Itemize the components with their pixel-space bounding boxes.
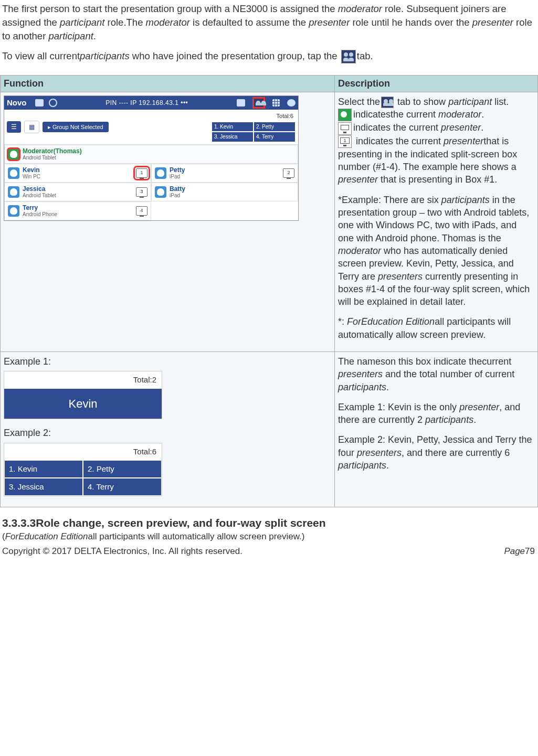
- function-cell-1: Novo PIN ---- IP 192.168.43.1 ••• ☰ ▦ ▸ …: [1, 92, 335, 352]
- quad-cell-2: 2. Petty: [83, 460, 162, 478]
- mini-cell-3: 3. Jessica: [212, 132, 254, 142]
- mini-cell-1: 1. Kevin: [212, 122, 254, 132]
- presenter-box4-icon: [136, 206, 147, 216]
- quad-cell-4: 4. Terry: [83, 478, 162, 496]
- mini-cell-2: 2. Petty: [254, 122, 296, 132]
- function-description-table: Function Description Novo PIN ---- IP 19…: [0, 75, 538, 507]
- user-icon: [8, 167, 19, 179]
- text: The first person to start the presentati…: [2, 3, 338, 14]
- user-icon: [155, 186, 166, 198]
- example1-presenter: Kevin: [4, 389, 162, 419]
- presenter-box2-icon: [283, 168, 294, 178]
- example2-box: Total:6 1. Kevin 2. Petty 3. Jessica 4. …: [4, 443, 162, 497]
- group-select-button[interactable]: ▸ Group Not Selected: [43, 122, 109, 133]
- presenter-numbered-legend-icon: [338, 135, 352, 148]
- user-icon: [155, 167, 166, 179]
- participants-tab-icon-highlighted[interactable]: [254, 98, 264, 108]
- example1-total: Total:2: [4, 371, 162, 388]
- refresh-icon: [49, 99, 57, 107]
- pin-ip-text: PIN ---- IP 192.168.43.1 •••: [62, 99, 232, 107]
- copyright: Copyright © 2017 DELTA Electronics, Inc.…: [2, 546, 242, 557]
- presenter-box3-icon: [136, 187, 147, 197]
- mini-cell-4: 4. Terry: [254, 132, 296, 142]
- page-number: Page79: [504, 546, 535, 557]
- novo-brand: Novo: [7, 98, 27, 108]
- user-icon: [8, 205, 19, 217]
- th-description: Description: [335, 75, 538, 92]
- list-view-button[interactable]: ☰: [7, 121, 21, 133]
- monitor-icon: [35, 99, 44, 107]
- function-cell-2: Example 1: Total:2 Kevin Example 2: Tota…: [1, 352, 335, 507]
- em-moderator: moderator: [338, 3, 382, 14]
- description-cell-2: The nameson this box indicate thecurrent…: [335, 352, 538, 507]
- page-footer: Copyright © 2017 DELTA Electronics, Inc.…: [0, 545, 538, 561]
- example1-box: Total:2 Kevin: [4, 371, 162, 419]
- moderator-legend-icon: [338, 109, 352, 121]
- quad-cell-1: 1. Kevin: [4, 460, 83, 478]
- presenter-box1-icon-highlighted: [136, 168, 147, 178]
- gear-icon: [287, 99, 296, 107]
- list-item[interactable]: Moderator(Thomas)Android Tablet: [4, 145, 298, 164]
- participants-tab-icon: [381, 97, 394, 108]
- participants-tab-icon: [341, 50, 356, 63]
- mini-summary: Total:6 1. Kevin 2. Petty 3. Jessica 4. …: [212, 112, 296, 142]
- quad-cell-3: 3. Jessica: [4, 478, 83, 496]
- list-item[interactable]: TerryAndroid Phone: [4, 201, 151, 220]
- example2-total: Total:6: [4, 443, 162, 460]
- grid-icon: [272, 99, 280, 107]
- list-item[interactable]: JessicaAndroid Tablet: [4, 183, 151, 201]
- total-count: Total:6: [275, 112, 296, 121]
- description-cell-1: Select the tab to show participant list.…: [335, 92, 538, 352]
- example2-label: Example 2:: [4, 427, 331, 439]
- intro-text: The first person to start the presentati…: [0, 2, 538, 75]
- section-heading: 3.3.3.3Role change, screen preview, and …: [2, 517, 536, 529]
- list-item[interactable]: KevinWin PC: [4, 164, 151, 183]
- user-icon: [8, 186, 19, 198]
- example1-label: Example 1:: [4, 355, 331, 368]
- novo-app-screenshot: Novo PIN ---- IP 192.168.43.1 ••• ☰ ▦ ▸ …: [4, 95, 299, 221]
- list-item[interactable]: PettyiPad: [151, 164, 298, 183]
- participant-list: Moderator(Thomas)Android Tablet KevinWin…: [4, 145, 298, 220]
- moderator-icon-highlighted: [8, 148, 19, 160]
- presenter-legend-icon: [338, 122, 352, 135]
- edu-note: (ForEducation Editionall participants wi…: [0, 531, 538, 542]
- pen-icon: [237, 99, 245, 107]
- th-function: Function: [1, 75, 335, 92]
- novo-top-bar: Novo PIN ---- IP 192.168.43.1 •••: [4, 96, 298, 110]
- grid-view-button[interactable]: ▦: [24, 121, 39, 133]
- novo-toolbar: ☰ ▦ ▸ Group Not Selected Total:6 1. Kevi…: [4, 110, 298, 145]
- list-item[interactable]: BattyiPad: [151, 183, 298, 201]
